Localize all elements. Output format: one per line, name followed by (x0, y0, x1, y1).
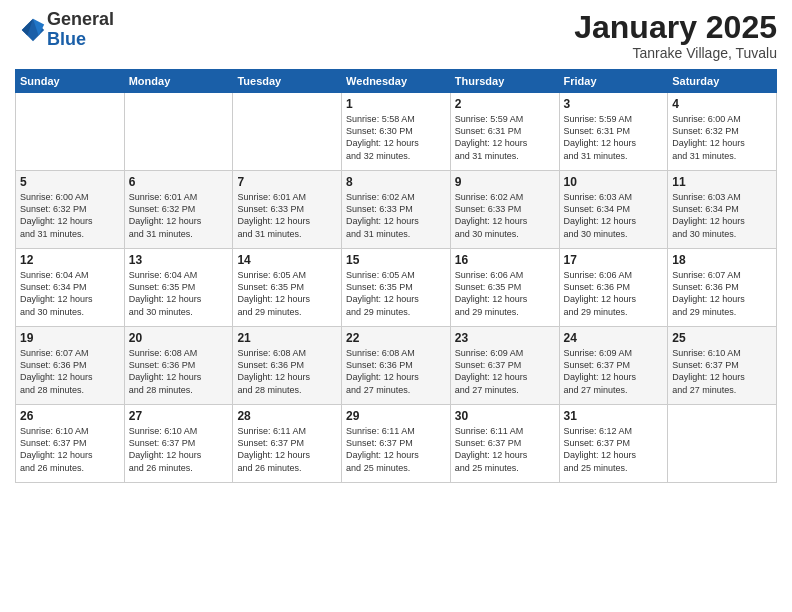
day-info: Sunrise: 6:02 AM Sunset: 6:33 PM Dayligh… (346, 191, 446, 240)
day-info: Sunrise: 6:01 AM Sunset: 6:32 PM Dayligh… (129, 191, 229, 240)
calendar-cell: 13Sunrise: 6:04 AM Sunset: 6:35 PM Dayli… (124, 249, 233, 327)
calendar-cell: 10Sunrise: 6:03 AM Sunset: 6:34 PM Dayli… (559, 171, 668, 249)
weekday-header-row: SundayMondayTuesdayWednesdayThursdayFrid… (16, 70, 777, 93)
weekday-header-wednesday: Wednesday (342, 70, 451, 93)
day-info: Sunrise: 6:10 AM Sunset: 6:37 PM Dayligh… (129, 425, 229, 474)
day-number: 20 (129, 331, 229, 345)
week-row-1: 5Sunrise: 6:00 AM Sunset: 6:32 PM Daylig… (16, 171, 777, 249)
logo-blue: Blue (47, 30, 114, 50)
day-number: 14 (237, 253, 337, 267)
day-number: 24 (564, 331, 664, 345)
day-number: 22 (346, 331, 446, 345)
calendar-cell (16, 93, 125, 171)
day-number: 8 (346, 175, 446, 189)
day-number: 19 (20, 331, 120, 345)
day-info: Sunrise: 6:07 AM Sunset: 6:36 PM Dayligh… (672, 269, 772, 318)
day-number: 26 (20, 409, 120, 423)
day-info: Sunrise: 6:02 AM Sunset: 6:33 PM Dayligh… (455, 191, 555, 240)
day-number: 31 (564, 409, 664, 423)
day-info: Sunrise: 6:08 AM Sunset: 6:36 PM Dayligh… (129, 347, 229, 396)
calendar-cell: 31Sunrise: 6:12 AM Sunset: 6:37 PM Dayli… (559, 405, 668, 483)
weekday-header-thursday: Thursday (450, 70, 559, 93)
day-info: Sunrise: 6:08 AM Sunset: 6:36 PM Dayligh… (237, 347, 337, 396)
day-info: Sunrise: 6:07 AM Sunset: 6:36 PM Dayligh… (20, 347, 120, 396)
week-row-2: 12Sunrise: 6:04 AM Sunset: 6:34 PM Dayli… (16, 249, 777, 327)
month-title: January 2025 (574, 10, 777, 45)
day-info: Sunrise: 6:11 AM Sunset: 6:37 PM Dayligh… (237, 425, 337, 474)
calendar-cell: 22Sunrise: 6:08 AM Sunset: 6:36 PM Dayli… (342, 327, 451, 405)
calendar-cell: 30Sunrise: 6:11 AM Sunset: 6:37 PM Dayli… (450, 405, 559, 483)
calendar-cell: 23Sunrise: 6:09 AM Sunset: 6:37 PM Dayli… (450, 327, 559, 405)
calendar-cell: 24Sunrise: 6:09 AM Sunset: 6:37 PM Dayli… (559, 327, 668, 405)
calendar-cell: 14Sunrise: 6:05 AM Sunset: 6:35 PM Dayli… (233, 249, 342, 327)
calendar-cell: 8Sunrise: 6:02 AM Sunset: 6:33 PM Daylig… (342, 171, 451, 249)
day-number: 28 (237, 409, 337, 423)
week-row-0: 1Sunrise: 5:58 AM Sunset: 6:30 PM Daylig… (16, 93, 777, 171)
day-info: Sunrise: 6:04 AM Sunset: 6:34 PM Dayligh… (20, 269, 120, 318)
day-number: 23 (455, 331, 555, 345)
calendar-cell: 9Sunrise: 6:02 AM Sunset: 6:33 PM Daylig… (450, 171, 559, 249)
day-number: 13 (129, 253, 229, 267)
day-number: 9 (455, 175, 555, 189)
calendar-cell: 26Sunrise: 6:10 AM Sunset: 6:37 PM Dayli… (16, 405, 125, 483)
calendar-cell: 27Sunrise: 6:10 AM Sunset: 6:37 PM Dayli… (124, 405, 233, 483)
calendar-cell: 21Sunrise: 6:08 AM Sunset: 6:36 PM Dayli… (233, 327, 342, 405)
day-info: Sunrise: 6:06 AM Sunset: 6:35 PM Dayligh… (455, 269, 555, 318)
day-number: 4 (672, 97, 772, 111)
day-info: Sunrise: 6:03 AM Sunset: 6:34 PM Dayligh… (672, 191, 772, 240)
day-info: Sunrise: 6:08 AM Sunset: 6:36 PM Dayligh… (346, 347, 446, 396)
day-info: Sunrise: 6:03 AM Sunset: 6:34 PM Dayligh… (564, 191, 664, 240)
logo-icon (19, 16, 47, 44)
day-info: Sunrise: 6:09 AM Sunset: 6:37 PM Dayligh… (564, 347, 664, 396)
calendar-cell: 2Sunrise: 5:59 AM Sunset: 6:31 PM Daylig… (450, 93, 559, 171)
calendar-cell: 17Sunrise: 6:06 AM Sunset: 6:36 PM Dayli… (559, 249, 668, 327)
calendar-cell: 29Sunrise: 6:11 AM Sunset: 6:37 PM Dayli… (342, 405, 451, 483)
calendar-cell: 16Sunrise: 6:06 AM Sunset: 6:35 PM Dayli… (450, 249, 559, 327)
page: General Blue January 2025 Tanrake Villag… (0, 0, 792, 612)
day-info: Sunrise: 6:00 AM Sunset: 6:32 PM Dayligh… (20, 191, 120, 240)
day-number: 15 (346, 253, 446, 267)
day-number: 25 (672, 331, 772, 345)
day-info: Sunrise: 6:04 AM Sunset: 6:35 PM Dayligh… (129, 269, 229, 318)
day-info: Sunrise: 5:58 AM Sunset: 6:30 PM Dayligh… (346, 113, 446, 162)
calendar-cell: 5Sunrise: 6:00 AM Sunset: 6:32 PM Daylig… (16, 171, 125, 249)
day-number: 29 (346, 409, 446, 423)
day-info: Sunrise: 6:01 AM Sunset: 6:33 PM Dayligh… (237, 191, 337, 240)
week-row-3: 19Sunrise: 6:07 AM Sunset: 6:36 PM Dayli… (16, 327, 777, 405)
day-number: 30 (455, 409, 555, 423)
day-info: Sunrise: 6:11 AM Sunset: 6:37 PM Dayligh… (346, 425, 446, 474)
day-number: 16 (455, 253, 555, 267)
calendar-cell: 7Sunrise: 6:01 AM Sunset: 6:33 PM Daylig… (233, 171, 342, 249)
day-number: 17 (564, 253, 664, 267)
calendar-cell: 18Sunrise: 6:07 AM Sunset: 6:36 PM Dayli… (668, 249, 777, 327)
calendar-cell: 6Sunrise: 6:01 AM Sunset: 6:32 PM Daylig… (124, 171, 233, 249)
day-info: Sunrise: 6:11 AM Sunset: 6:37 PM Dayligh… (455, 425, 555, 474)
day-number: 18 (672, 253, 772, 267)
calendar-cell: 3Sunrise: 5:59 AM Sunset: 6:31 PM Daylig… (559, 93, 668, 171)
day-number: 21 (237, 331, 337, 345)
weekday-header-sunday: Sunday (16, 70, 125, 93)
day-number: 1 (346, 97, 446, 111)
calendar-cell: 20Sunrise: 6:08 AM Sunset: 6:36 PM Dayli… (124, 327, 233, 405)
day-info: Sunrise: 5:59 AM Sunset: 6:31 PM Dayligh… (564, 113, 664, 162)
week-row-4: 26Sunrise: 6:10 AM Sunset: 6:37 PM Dayli… (16, 405, 777, 483)
calendar: SundayMondayTuesdayWednesdayThursdayFrid… (15, 69, 777, 483)
day-info: Sunrise: 6:00 AM Sunset: 6:32 PM Dayligh… (672, 113, 772, 162)
day-info: Sunrise: 6:12 AM Sunset: 6:37 PM Dayligh… (564, 425, 664, 474)
day-info: Sunrise: 5:59 AM Sunset: 6:31 PM Dayligh… (455, 113, 555, 162)
calendar-cell (668, 405, 777, 483)
day-number: 11 (672, 175, 772, 189)
calendar-cell (124, 93, 233, 171)
calendar-cell: 28Sunrise: 6:11 AM Sunset: 6:37 PM Dayli… (233, 405, 342, 483)
calendar-cell: 11Sunrise: 6:03 AM Sunset: 6:34 PM Dayli… (668, 171, 777, 249)
weekday-header-monday: Monday (124, 70, 233, 93)
calendar-cell: 19Sunrise: 6:07 AM Sunset: 6:36 PM Dayli… (16, 327, 125, 405)
calendar-cell: 4Sunrise: 6:00 AM Sunset: 6:32 PM Daylig… (668, 93, 777, 171)
logo-text: General Blue (47, 10, 114, 50)
day-info: Sunrise: 6:06 AM Sunset: 6:36 PM Dayligh… (564, 269, 664, 318)
weekday-header-tuesday: Tuesday (233, 70, 342, 93)
day-info: Sunrise: 6:10 AM Sunset: 6:37 PM Dayligh… (20, 425, 120, 474)
day-number: 27 (129, 409, 229, 423)
logo: General Blue (15, 10, 114, 50)
weekday-header-saturday: Saturday (668, 70, 777, 93)
